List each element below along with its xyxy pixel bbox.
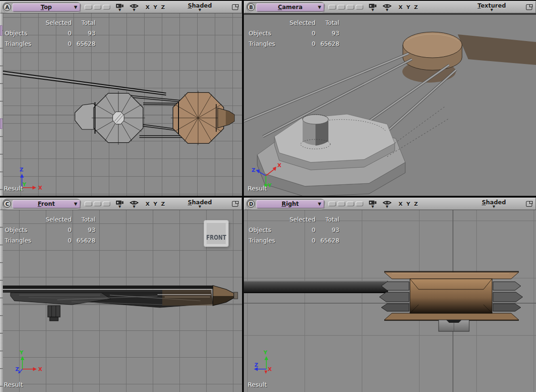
memo-button[interactable] bbox=[347, 201, 354, 206]
memo-button[interactable] bbox=[94, 5, 101, 10]
viewport-letter-badge[interactable]: B bbox=[247, 3, 255, 11]
stats-objects-selected: 0 bbox=[44, 226, 72, 233]
visibility-menu-button[interactable]: ▼ bbox=[129, 200, 139, 208]
memo-button[interactable] bbox=[84, 5, 92, 10]
svg-text:X: X bbox=[38, 185, 42, 191]
axis-lock-x[interactable]: X bbox=[399, 201, 402, 207]
display-mode-button[interactable]: Shaded ▼ bbox=[482, 200, 506, 208]
viewport-d: D Right ▼ ▼ bbox=[244, 198, 536, 392]
viewport-c: C Front ▼ ▼ bbox=[0, 198, 242, 392]
display-mode-button[interactable]: Textured ▼ bbox=[478, 3, 506, 11]
maximize-inner-square bbox=[235, 201, 239, 204]
stats-row-label: Triangles bbox=[5, 237, 44, 244]
viewport-memo-buttons bbox=[84, 5, 110, 10]
view-select-dropdown[interactable]: Right ▼ bbox=[256, 200, 324, 208]
svg-text:X: X bbox=[38, 366, 42, 372]
stats-objects-total: 93 bbox=[72, 30, 95, 37]
svg-text:X: X bbox=[268, 366, 272, 372]
axis-lock-buttons: X Y Z bbox=[146, 4, 165, 11]
memo-button[interactable] bbox=[347, 5, 354, 10]
scene-stats: Selected Total Objects 0 93 Triangles 0 … bbox=[5, 216, 95, 244]
memo-button[interactable] bbox=[103, 5, 110, 10]
viewport-b-header: B Camera ▼ ▼ bbox=[244, 1, 536, 13]
view-selector-groove: D Right ▼ bbox=[246, 199, 326, 210]
axis-lock-z[interactable]: Z bbox=[414, 201, 418, 207]
axis-lock-x[interactable]: X bbox=[146, 201, 149, 207]
stats-selected-header: Selected bbox=[44, 216, 72, 223]
eye-icon bbox=[382, 200, 392, 205]
stats-row-label: Triangles bbox=[249, 40, 288, 47]
maximize-inner-square bbox=[235, 4, 239, 7]
camera-menu-button[interactable]: ▼ bbox=[368, 200, 377, 208]
memo-button[interactable] bbox=[337, 5, 345, 10]
view-selector-groove: B Camera ▼ bbox=[246, 2, 326, 13]
memo-button[interactable] bbox=[94, 201, 101, 206]
memo-button[interactable] bbox=[356, 201, 363, 206]
memo-button[interactable] bbox=[356, 5, 363, 10]
dropdown-arrow-icon: ▼ bbox=[133, 206, 135, 208]
viewport-a-canvas[interactable]: Selected Total Objects 0 93 Triangles 0 … bbox=[0, 13, 242, 196]
axis-lock-y[interactable]: Y bbox=[406, 201, 410, 207]
axis-lock-z[interactable]: Z bbox=[161, 201, 165, 207]
stats-triangles-selected: 0 bbox=[44, 40, 72, 47]
dropdown-arrow-icon: ▼ bbox=[318, 201, 321, 206]
viewport-a-header: A Top ▼ ▼ bbox=[0, 1, 242, 13]
view-selector-groove: C Front ▼ bbox=[2, 199, 82, 210]
toolbar-item[interactable] bbox=[0, 118, 2, 129]
memo-button[interactable] bbox=[328, 5, 336, 10]
axis-lock-buttons: X Y Z bbox=[399, 201, 418, 207]
memo-button[interactable] bbox=[328, 201, 336, 206]
axis-lock-buttons: X Y Z bbox=[146, 201, 165, 207]
memo-button[interactable] bbox=[337, 201, 345, 206]
axis-lock-x[interactable]: X bbox=[146, 4, 149, 11]
stats-triangles-total: 65628 bbox=[72, 40, 95, 47]
toolbar-item[interactable] bbox=[0, 25, 2, 36]
axis-lock-z[interactable]: Z bbox=[414, 4, 418, 11]
view-select-dropdown[interactable]: Camera ▼ bbox=[256, 3, 324, 11]
memo-button[interactable] bbox=[103, 201, 110, 206]
stats-objects-selected: 0 bbox=[44, 30, 72, 37]
view-selector-groove: A Top ▼ bbox=[2, 2, 82, 13]
visibility-menu-button[interactable]: ▼ bbox=[382, 200, 392, 208]
viewport-letter-badge[interactable]: D bbox=[247, 200, 255, 208]
axis-lock-y[interactable]: Y bbox=[153, 4, 157, 11]
visibility-menu-button[interactable]: ▼ bbox=[129, 3, 139, 11]
dropdown-arrow-icon: ▼ bbox=[386, 9, 388, 11]
viewport-d-canvas[interactable]: Selected Total Objects 0 93 Triangles 0 … bbox=[244, 210, 536, 392]
display-mode-button[interactable]: Shaded ▼ bbox=[188, 200, 212, 208]
axis-lock-y[interactable]: Y bbox=[406, 4, 410, 11]
viewport-letter-badge[interactable]: A bbox=[3, 3, 11, 11]
view-select-dropdown[interactable]: Front ▼ bbox=[12, 200, 80, 208]
maximize-inner-square bbox=[529, 4, 533, 7]
viewport-letter-badge[interactable]: C bbox=[3, 200, 11, 208]
maximize-icon[interactable] bbox=[526, 4, 532, 10]
display-mode-button[interactable]: Shaded ▼ bbox=[188, 3, 212, 11]
visibility-menu-button[interactable]: ▼ bbox=[382, 3, 392, 11]
viewport-b-canvas[interactable]: Selected Total Objects 0 93 Triangles 0 … bbox=[244, 13, 536, 196]
camera-menu-button[interactable]: ▼ bbox=[368, 3, 377, 11]
result-label: Result bbox=[4, 381, 23, 388]
camera-menu-button[interactable]: ▼ bbox=[116, 3, 124, 11]
axis-tripod: Y Z X bbox=[249, 337, 292, 377]
scene-stats: Selected Total Objects 0 93 Triangles 0 … bbox=[5, 19, 95, 47]
axis-lock-z[interactable]: Z bbox=[161, 4, 165, 11]
front-image-plane-badge[interactable]: FRONT bbox=[204, 221, 228, 246]
stats-triangles-selected: 0 bbox=[44, 237, 72, 244]
maximize-icon[interactable] bbox=[232, 4, 238, 10]
axis-lock-x[interactable]: X bbox=[399, 4, 402, 11]
maximize-icon[interactable] bbox=[232, 201, 238, 207]
camera-menu-button[interactable]: ▼ bbox=[116, 200, 124, 208]
svg-text:Z: Z bbox=[252, 167, 255, 173]
front-badge-label: FRONT bbox=[204, 233, 228, 241]
scene-stats: Selected Total Objects 0 93 Triangles 0 … bbox=[249, 216, 339, 244]
axis-lock-y[interactable]: Y bbox=[153, 201, 157, 207]
viewport-c-canvas[interactable]: FRONT Selected Total Objects 0 93 Triang… bbox=[0, 210, 242, 392]
axis-tripod: Y X Z bbox=[5, 337, 48, 377]
stats-triangles-total: 65628 bbox=[315, 40, 339, 47]
viewport-memo-buttons bbox=[328, 201, 363, 206]
memo-button[interactable] bbox=[84, 201, 92, 206]
maximize-icon[interactable] bbox=[526, 201, 532, 207]
view-select-dropdown[interactable]: Top ▼ bbox=[12, 3, 80, 11]
stats-total-header: Total bbox=[72, 19, 95, 26]
maximize-inner-square bbox=[529, 201, 533, 204]
